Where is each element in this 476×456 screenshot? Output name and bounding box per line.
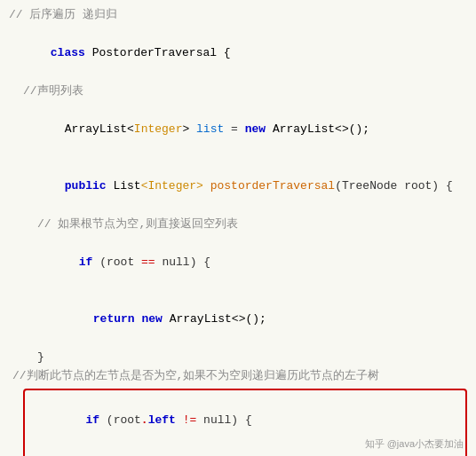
new-keyword2: new: [141, 312, 169, 326]
list-type: List: [113, 179, 140, 193]
return-line: return new ArrayList<>();: [9, 291, 467, 348]
code-area: // 后序遍历 递归归 class PostorderTraversal { /…: [0, 0, 476, 456]
close-null-if: }: [9, 348, 467, 366]
integer-type: Integer: [147, 179, 196, 193]
arraylist-type: ArrayList<: [65, 122, 134, 136]
list-var: list: [196, 122, 224, 136]
header-comment: // 后序遍历 递归归: [9, 5, 467, 24]
generic-type: Integer: [134, 122, 183, 136]
method-name: postorderTraversal: [210, 179, 335, 193]
new-keyword: new: [245, 122, 273, 136]
if-keyword: if: [79, 256, 99, 269]
class-name: PostorderTraversal {: [92, 46, 231, 59]
class-keyword: class: [51, 46, 92, 59]
return-keyword: return: [93, 312, 142, 326]
class-def-line: class PostorderTraversal {: [9, 24, 467, 81]
declare-comment: //声明列表: [9, 82, 467, 100]
null-check-comment: // 如果根节点为空,则直接返回空列表: [9, 215, 467, 233]
public-keyword: public: [65, 179, 114, 193]
page-container: // 后序遍历 递归归 class PostorderTraversal { /…: [0, 0, 476, 456]
method-sig-line: public List<Integer> postorderTraversal(…: [9, 158, 467, 215]
if-keyword2: if: [85, 413, 106, 427]
arraylist-line: ArrayList<Integer> list = new ArrayList<…: [9, 100, 467, 157]
generic-close: >: [196, 179, 203, 193]
left-comment: //判断此节点的左节点是否为空,如果不为空则递归遍历此节点的左子树: [9, 366, 467, 385]
null-check-line: if (root == null) {: [9, 233, 467, 290]
footer-watermark: 知乎 @java小杰要加油: [365, 437, 464, 451]
